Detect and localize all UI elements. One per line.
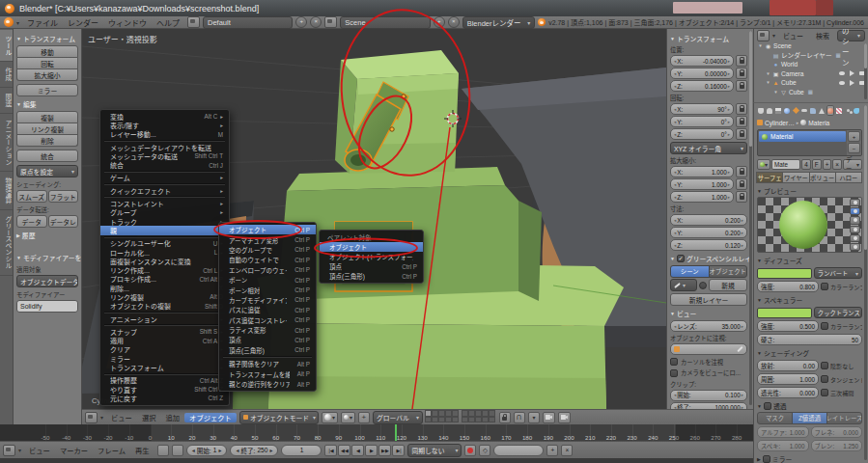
delete-keyframe-button[interactable]: ×: [561, 445, 573, 456]
hardness-slider[interactable]: 硬さ: 50: [757, 334, 862, 345]
editor-type-icon[interactable]: [757, 30, 770, 41]
preview-hair-icon[interactable]: [850, 234, 860, 242]
increment-arrow-icon[interactable]: ▸: [742, 218, 743, 223]
eyedropper-icon[interactable]: [737, 346, 742, 352]
properties-scrollbar[interactable]: [864, 105, 867, 460]
shade-smooth-button[interactable]: スムーズ: [16, 190, 47, 203]
grease-pencil-checkbox[interactable]: ✓: [677, 255, 685, 262]
remove-slot-button[interactable]: −: [848, 143, 860, 153]
decrement-arrow-icon[interactable]: ◂: [674, 231, 676, 235]
operator-panel-header[interactable]: ▼ モディファイアーを適用: [16, 253, 78, 262]
menu-item[interactable]: クイックエフェクト▸: [100, 186, 229, 195]
breadcrumb-material[interactable]: Materia: [808, 120, 829, 126]
outliner-row[interactable]: ▼▲Cube: [754, 78, 868, 88]
diffuse-ramp-option[interactable]: カラーランプ: [821, 283, 862, 291]
preview-sphere-icon[interactable]: [850, 207, 860, 215]
shade-flat-button[interactable]: フラット: [48, 190, 79, 203]
clip-end-field[interactable]: ◂ 終了: 1000.000 ▸: [670, 402, 747, 410]
preview-world-icon[interactable]: [850, 243, 860, 251]
outliner-row[interactable]: ▤レンダーレイヤー▦: [754, 51, 868, 61]
checkbox-icon[interactable]: [670, 358, 678, 366]
checkbox-icon[interactable]: [821, 283, 828, 290]
timeline-tracks[interactable]: -50-40-30-20-100102030405060708090100110…: [0, 424, 753, 441]
specular-intensity-slider[interactable]: 強度: 0.500: [757, 320, 819, 332]
transfer-data-button[interactable]: データ: [16, 215, 47, 228]
delete-scene-button[interactable]: ×: [448, 16, 460, 28]
menu-item[interactable]: コンストレイント▸: [100, 199, 229, 207]
add-layout-button[interactable]: +: [295, 16, 307, 28]
tab-レイトレース[interactable]: レイトレース: [826, 412, 862, 424]
decrement-arrow-icon[interactable]: ◂: [674, 182, 676, 187]
checkbox-icon[interactable]: [821, 389, 828, 396]
material-tab-icon[interactable]: [826, 105, 834, 116]
number-field[interactable]: ◂Z:0.120▸: [670, 239, 747, 251]
unlink-material-button[interactable]: ×: [832, 159, 842, 170]
layer-toggle[interactable]: [489, 417, 495, 423]
lock-toggle[interactable]: [736, 55, 747, 67]
menu-item[interactable]: トランスフォームを維持してクリアAlt P: [219, 368, 316, 378]
increment-arrow-icon[interactable]: ▸: [269, 447, 272, 453]
value-field[interactable]: ブレン:1.250: [811, 440, 863, 451]
menu-item[interactable]: クリア▸: [100, 345, 229, 354]
menu-item[interactable]: オブジェクトCtrl P: [219, 225, 316, 234]
number-field[interactable]: ◂Z:0.16000▸: [670, 80, 734, 92]
active-keying-set-field[interactable]: [493, 445, 544, 456]
preview-cube-icon[interactable]: [850, 216, 860, 224]
value-field[interactable]: スペキ:1.000: [757, 440, 809, 451]
pivot-point-dropdown[interactable]: ▾: [341, 412, 355, 423]
layers-tab-icon[interactable]: [774, 105, 782, 116]
menu-item[interactable]: 統合Ctrl J: [100, 160, 229, 169]
specular-color-swatch[interactable]: [757, 308, 812, 318]
menu-item[interactable]: ボーン相対Ctrl P: [219, 285, 316, 294]
menu-item[interactable]: メッシュデータの転送Shift Ctrl T: [100, 151, 229, 160]
menu-item[interactable]: オブジェクト(トランスフォーム維持): [320, 252, 423, 261]
decrement-arrow-icon[interactable]: ◂: [674, 132, 676, 137]
lock-toggle[interactable]: [736, 191, 747, 203]
panel-header-transform[interactable]: ▼ トランスフォーム: [16, 34, 78, 43]
browse-material-dropdown[interactable]: ▾: [757, 159, 770, 170]
number-field[interactable]: ◂X:0.200▸: [670, 214, 747, 226]
decrement-arrow-icon[interactable]: ◂: [236, 447, 238, 453]
shelf-tab-アニメーション[interactable]: アニメーション: [0, 114, 13, 173]
decrement-arrow-icon[interactable]: ◂: [674, 218, 676, 223]
menu-item[interactable]: 面複製インスタンスに変換: [100, 257, 229, 265]
texture-tab-icon[interactable]: [835, 105, 843, 116]
visibility-eye-icon[interactable]: [839, 81, 845, 85]
lock-toggle[interactable]: [736, 166, 747, 177]
transparency-checkbox[interactable]: [764, 402, 771, 410]
lock-toggle[interactable]: [736, 128, 747, 140]
increment-arrow-icon[interactable]: ▸: [728, 120, 730, 124]
menu-item[interactable]: 空のグループでCtrl P: [219, 245, 316, 255]
menu-item[interactable]: 削除...X: [100, 284, 229, 292]
menu-ビュー[interactable]: ビュー: [106, 413, 137, 422]
layer-toggle[interactable]: [452, 417, 459, 423]
menu-item[interactable]: 頂点(三角形)Ctrl P: [219, 345, 316, 355]
checkbox-option[interactable]: 三次補間: [821, 389, 862, 397]
duplicate-button[interactable]: 複製: [16, 111, 78, 123]
menu-item[interactable]: トラック▸: [100, 217, 229, 226]
delete-button[interactable]: 削除: [16, 135, 78, 147]
menu-item[interactable]: 頂点(三角形)Ctrl P: [320, 271, 423, 281]
transfer-data-layout-button[interactable]: データレ: [48, 215, 79, 228]
keying-set-button[interactable]: ◇: [479, 445, 490, 456]
menu-item[interactable]: プロキシ作成...Ctrl Alt P: [100, 275, 229, 284]
viewport-shading-dropdown[interactable]: ▾: [322, 412, 338, 423]
menu-フレーム[interactable]: フレーム: [93, 446, 130, 455]
lock-toggle[interactable]: [736, 80, 747, 92]
decrement-arrow-icon[interactable]: ◂: [674, 59, 676, 64]
menu-追加[interactable]: 追加: [161, 413, 185, 422]
menu-ヘルプ[interactable]: ヘルプ: [152, 17, 184, 28]
menu-レンダー[interactable]: レンダー: [63, 17, 103, 28]
draw-mode-dropdown[interactable]: ▾: [670, 279, 697, 291]
use-preview-range-toggle[interactable]: [157, 445, 169, 456]
selectability-arrow-icon[interactable]: [850, 70, 854, 76]
set-origin-dropdown[interactable]: 原点を設定 ▾: [16, 165, 78, 177]
panel-header-shading[interactable]: ▼ シェーディング: [757, 348, 862, 358]
clip-start-field[interactable]: ◂ 開始: 0.100 ▸: [670, 390, 747, 401]
specular-shader-dropdown[interactable]: クックトランス ▾: [814, 307, 862, 318]
menu-item[interactable]: パスに追従Ctrl P: [219, 305, 316, 314]
checkbox-icon[interactable]: [821, 322, 828, 330]
blender-menu-icon[interactable]: [4, 17, 14, 27]
increment-arrow-icon[interactable]: ▸: [728, 170, 730, 175]
diffuse-color-swatch[interactable]: [757, 268, 812, 279]
